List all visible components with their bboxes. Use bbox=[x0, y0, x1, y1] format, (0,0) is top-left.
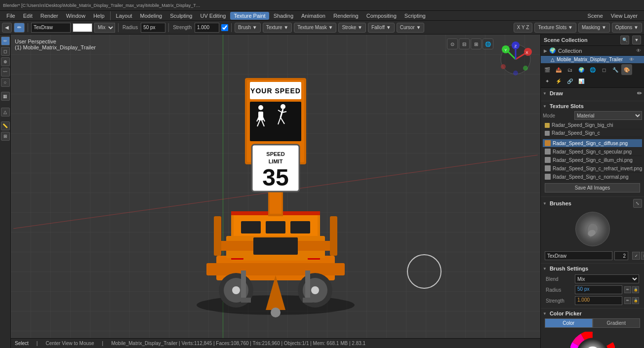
menu-compositing[interactable]: Compositing bbox=[363, 12, 400, 20]
brush-dropdown[interactable]: Brush ▼ bbox=[235, 23, 261, 33]
soften-btn[interactable]: ○ bbox=[1, 78, 10, 87]
prop-particles[interactable]: ✦ bbox=[542, 76, 553, 86]
radius-lock-icon[interactable]: 🔒 bbox=[632, 286, 639, 293]
scene-filter-btn[interactable]: ▼ bbox=[632, 36, 641, 44]
menu-scene[interactable]: Scene bbox=[584, 12, 606, 20]
image-item-4[interactable]: Radar_Speed_Sign_c_refract_invert.png bbox=[543, 164, 642, 173]
collection-expand-arrow[interactable]: ▶ bbox=[544, 48, 547, 53]
color-wheel-svg[interactable] bbox=[570, 332, 615, 348]
prop-constraints[interactable]: 🔗 bbox=[564, 76, 575, 86]
brush-name-input[interactable] bbox=[31, 23, 71, 33]
radius-setting-value[interactable]: 50 px bbox=[575, 285, 622, 294]
prop-material[interactable]: 🎨 bbox=[621, 64, 632, 75]
smear-btn[interactable]: 〰 bbox=[1, 68, 10, 77]
mask-btn[interactable]: ▦ bbox=[1, 92, 10, 101]
menu-help[interactable]: Help bbox=[90, 12, 108, 20]
menu-sculpting[interactable]: Sculpting bbox=[166, 12, 196, 20]
prop-modifiers[interactable]: 🔧 bbox=[610, 64, 621, 75]
masking-btn[interactable]: Masking ▼ bbox=[578, 23, 610, 33]
viewport[interactable]: YOUR SPEED bbox=[11, 35, 540, 348]
image-item-1[interactable]: Radar_Speed_Sign_c_diffuse.png bbox=[543, 139, 642, 148]
menu-animation[interactable]: Animation bbox=[298, 12, 329, 20]
draw-tool[interactable]: ✏ bbox=[14, 23, 25, 33]
slot-color-1 bbox=[545, 123, 550, 128]
image-item-3[interactable]: Radar_Speed_Sign_c_illum_chi.png bbox=[543, 156, 642, 164]
mode-select[interactable]: Material bbox=[574, 111, 642, 120]
prop-view-layer[interactable]: 🗂 bbox=[564, 64, 575, 75]
prop-data[interactable]: 📊 bbox=[576, 76, 587, 86]
brush-number-field[interactable] bbox=[614, 251, 628, 260]
measure-btn[interactable]: 📏 bbox=[1, 121, 10, 130]
tab-gradient[interactable]: Gradient bbox=[593, 318, 641, 328]
radius-edit-icon[interactable]: ✏ bbox=[624, 286, 631, 293]
strength-input[interactable] bbox=[195, 23, 219, 33]
texture-mask-dropdown[interactable]: Texture Mask ▼ bbox=[294, 23, 336, 33]
object-visibility[interactable]: 👁 bbox=[629, 57, 634, 62]
menu-uv-editing[interactable]: UV Editing bbox=[197, 12, 229, 20]
collection-object-item[interactable]: △ Mobile_Matrix_Display_Trailer 👁 bbox=[541, 56, 644, 63]
draw-btn[interactable]: ✏ bbox=[1, 37, 10, 45]
menu-modeling[interactable]: Modeling bbox=[137, 12, 166, 20]
transform-btn[interactable]: ⊞ bbox=[1, 132, 10, 141]
options-btn[interactable]: Options ▼ bbox=[612, 23, 642, 33]
menu-view-layer[interactable]: View Layer bbox=[607, 12, 641, 20]
prop-scene[interactable]: 🌍 bbox=[576, 64, 587, 75]
falloff-dropdown[interactable]: Falloff ▼ bbox=[368, 23, 395, 33]
bs-header[interactable]: ▼ Brush Settings bbox=[543, 266, 642, 271]
xyz-btn[interactable]: X Y Z bbox=[514, 23, 533, 33]
stroke-dropdown[interactable]: Stroke ▼ bbox=[338, 23, 366, 33]
brushes-header[interactable]: ▼ Brushes ⤡ bbox=[543, 199, 642, 208]
texture-dropdown[interactable]: Texture ▼ bbox=[263, 23, 292, 33]
annotate-btn[interactable]: △ bbox=[1, 108, 10, 116]
prop-output[interactable]: 📤 bbox=[553, 64, 564, 75]
brush-copy-icon[interactable]: ⊞ bbox=[641, 252, 644, 260]
menu-shading[interactable]: Shading bbox=[270, 12, 297, 20]
nav-btn-4[interactable]: 🌐 bbox=[483, 39, 493, 49]
menu-scripting[interactable]: Scripting bbox=[401, 12, 429, 20]
prop-render[interactable]: 🎬 bbox=[542, 64, 553, 75]
mode-selector[interactable]: ◀ bbox=[2, 23, 12, 33]
image-item-5[interactable]: Radar_Speed_Sign_c_normal.png bbox=[543, 173, 642, 181]
tab-color[interactable]: Color bbox=[545, 318, 593, 328]
texture-slots-header[interactable]: ▼ Texture Slots bbox=[543, 103, 642, 109]
draw-section-header[interactable]: ▼ Draw ✏ bbox=[543, 90, 642, 97]
brush-settings-section: ▼ Brush Settings Blend Mix Radius 50 px … bbox=[541, 264, 644, 309]
strength-checkbox[interactable] bbox=[221, 24, 228, 31]
slot-item-1[interactable]: Radar_Speed_Sign_big_chi bbox=[543, 121, 642, 129]
fill-btn[interactable]: ◻ bbox=[1, 47, 10, 56]
prop-physics[interactable]: ⚡ bbox=[553, 76, 564, 86]
strength-edit-icon[interactable]: ✏ bbox=[624, 297, 631, 304]
clone-btn[interactable]: ⊕ bbox=[1, 57, 10, 66]
radius-input[interactable] bbox=[141, 23, 165, 33]
slot-item-2[interactable]: Radar_Speed_Sign_c bbox=[543, 129, 642, 137]
menu-file[interactable]: File bbox=[3, 12, 19, 20]
blend-select[interactable]: Mix bbox=[575, 274, 639, 283]
menu-window[interactable]: Window bbox=[63, 12, 89, 20]
menu-edit[interactable]: Edit bbox=[20, 12, 36, 20]
texture-slots-btn[interactable]: Texture Slots ▼ bbox=[534, 23, 576, 33]
menu-texture-paint[interactable]: Texture Paint bbox=[230, 12, 269, 20]
menu-render[interactable]: Render bbox=[37, 12, 62, 20]
nav-btn-3[interactable]: ⊞ bbox=[471, 39, 482, 49]
cp-header[interactable]: ▼ Color Picker bbox=[543, 310, 642, 316]
blend-mode-select[interactable]: Mix bbox=[94, 23, 115, 33]
right-wheel-hub bbox=[311, 286, 319, 294]
image-item-2[interactable]: Radar_Speed_Sign_c_specular.png bbox=[543, 148, 642, 156]
menu-layout[interactable]: Layout bbox=[113, 12, 136, 20]
prop-world[interactable]: 🌐 bbox=[587, 64, 598, 75]
nav-btn-2[interactable]: ⊟ bbox=[459, 39, 470, 49]
brush-name-field[interactable] bbox=[545, 251, 612, 260]
nav-btn-1[interactable]: ⊙ bbox=[447, 39, 458, 49]
prop-object[interactable]: ◻ bbox=[599, 64, 609, 75]
strength-label: Strength bbox=[173, 25, 192, 30]
color-swatch[interactable] bbox=[73, 23, 92, 32]
save-all-btn[interactable]: Save All Images bbox=[545, 183, 640, 193]
strength-setting-value[interactable]: 1.000 bbox=[575, 296, 622, 305]
collection-visibility-icon[interactable]: 👁 bbox=[636, 48, 641, 53]
scene-search-btn[interactable]: 🔍 bbox=[620, 36, 629, 44]
strength-lock-icon[interactable]: 🔒 bbox=[632, 297, 639, 304]
brushes-expand-btn[interactable]: ⤡ bbox=[633, 199, 642, 208]
brush-check-icon[interactable]: ✓ bbox=[632, 252, 640, 260]
cursor-dropdown[interactable]: Cursor ▼ bbox=[397, 23, 425, 33]
menu-rendering[interactable]: Rendering bbox=[330, 12, 362, 20]
